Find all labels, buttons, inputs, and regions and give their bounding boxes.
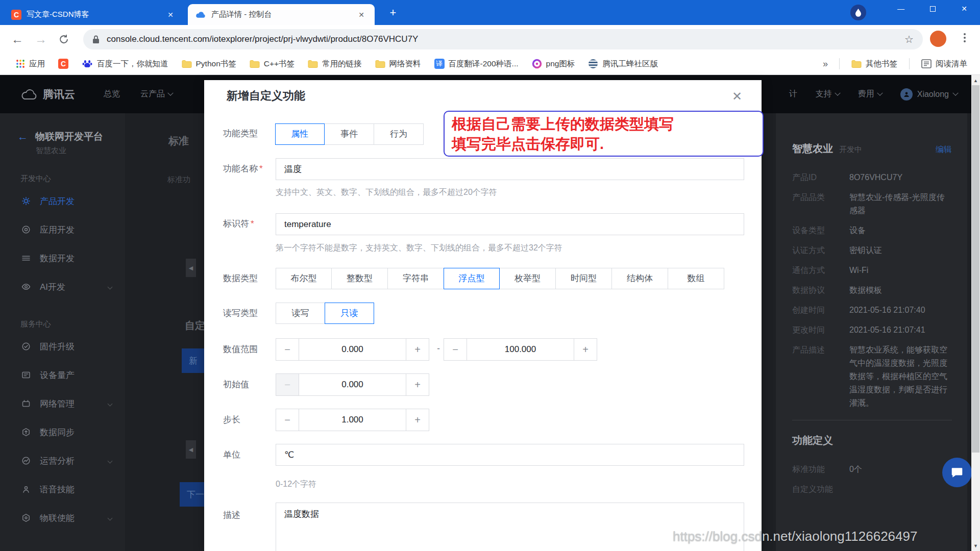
- browser-profile-badge-icon[interactable]: [850, 5, 866, 20]
- sidebar-item[interactable]: 语音技能: [0, 475, 125, 504]
- help-chat-button[interactable]: [942, 458, 972, 487]
- bee-icon: [588, 59, 598, 69]
- minus-button[interactable]: −: [276, 339, 299, 360]
- bookmark-item[interactable]: Python书签: [177, 57, 241, 71]
- option-数组[interactable]: 数组: [668, 268, 724, 289]
- url-bar[interactable]: console.cloud.tencent.com/iotexplorer/pr…: [83, 29, 923, 49]
- close-button[interactable]: ✕: [948, 0, 980, 17]
- maximize-button[interactable]: [917, 0, 948, 17]
- option-时间型[interactable]: 时间型: [556, 268, 612, 289]
- tab-close-icon[interactable]: ✕: [164, 10, 177, 20]
- bookmark-item[interactable]: C++书签: [245, 57, 299, 71]
- tencent-cloud-logo[interactable]: 腾讯云: [20, 87, 75, 102]
- info-row: 自定义功能: [792, 483, 952, 496]
- initial-value[interactable]: 0.000: [299, 374, 406, 395]
- nav-support[interactable]: 支持: [816, 89, 840, 99]
- range-max-value[interactable]: 100.000: [467, 339, 574, 360]
- bookmark-item[interactable]: png图标: [527, 57, 580, 71]
- minus-button[interactable]: −: [444, 339, 467, 360]
- back-arrow-icon[interactable]: ←: [17, 131, 28, 143]
- browser-tab-csdn[interactable]: C 写文章-CSDN博客 ✕: [4, 4, 184, 25]
- nav-billing[interactable]: 费用: [858, 89, 882, 99]
- reload-button[interactable]: [58, 34, 69, 45]
- nav-cloud-products[interactable]: 云产品: [140, 89, 173, 99]
- page-scrollbar[interactable]: ▲ ▼: [971, 75, 980, 551]
- scrollbar-thumb[interactable]: [972, 85, 979, 453]
- pager-left-button[interactable]: ◀: [186, 259, 196, 277]
- bookmark-item[interactable]: C: [54, 57, 73, 71]
- option-浮点型[interactable]: 浮点型: [444, 268, 500, 289]
- plus-button[interactable]: +: [406, 409, 429, 431]
- info-row: 创建时间2021-05-16 21:07:40: [792, 304, 952, 317]
- sidebar-item[interactable]: AI开发: [0, 272, 125, 301]
- option-整数型[interactable]: 整数型: [332, 268, 388, 289]
- bookmark-item[interactable]: 常用的链接: [303, 57, 366, 71]
- other-bookmarks-button[interactable]: 其他书签: [847, 57, 902, 71]
- sidebar-item[interactable]: 产品开发: [0, 187, 125, 215]
- identifier-input[interactable]: [276, 213, 744, 235]
- folder-icon: [308, 60, 318, 68]
- option-结构体[interactable]: 结构体: [612, 268, 668, 289]
- plus-button[interactable]: +: [406, 374, 429, 395]
- forward-button[interactable]: →: [35, 32, 47, 46]
- bookmark-item[interactable]: 腾讯工蜂社区版: [583, 57, 663, 71]
- browser-menu-icon[interactable]: [964, 33, 966, 42]
- unit-input[interactable]: [276, 444, 744, 466]
- bookmark-item[interactable]: 译百度翻译-200种语...: [430, 57, 523, 71]
- sidebar-title: 物联网开发平台: [35, 131, 103, 143]
- nav-overview[interactable]: 总览: [104, 89, 120, 99]
- option-属性[interactable]: 属性: [275, 123, 325, 145]
- minimize-button[interactable]: —: [885, 0, 917, 17]
- bookmark-item[interactable]: 应用: [11, 57, 50, 71]
- edit-link[interactable]: 编辑: [936, 144, 952, 155]
- bookmark-star-icon[interactable]: ☆: [904, 33, 914, 45]
- sidebar-item-label: AI开发: [40, 281, 65, 293]
- modal-close-icon[interactable]: ✕: [730, 87, 744, 106]
- step-value[interactable]: 1.000: [299, 409, 406, 431]
- bookmark-item[interactable]: 百度一下，你就知道: [77, 56, 173, 71]
- sidebar-item[interactable]: 运营分析: [0, 446, 125, 475]
- folder-icon: [375, 60, 385, 68]
- option-枚举型[interactable]: 枚举型: [500, 268, 556, 289]
- new-tab-button[interactable]: +: [386, 6, 400, 20]
- product-info-panel: 智慧农业 开发中 编辑 产品ID8O76VHCU7Y产品品类智慧农业-传感器-光…: [776, 113, 967, 551]
- info-row: 更改时间2021-05-16 21:07:41: [792, 323, 952, 337]
- option-字符串[interactable]: 字符串: [388, 268, 444, 289]
- bookmarks-overflow-icon[interactable]: »: [819, 59, 832, 69]
- minus-button[interactable]: −: [276, 409, 299, 431]
- sidebar-item[interactable]: 设备量产: [0, 361, 125, 389]
- sidebar-item[interactable]: 数据同步: [0, 418, 125, 446]
- option-布尔型[interactable]: 布尔型: [276, 268, 332, 289]
- scroll-down-icon[interactable]: ▼: [971, 541, 980, 550]
- bookmark-label: 百度一下，你就知道: [97, 59, 168, 69]
- bookmark-item[interactable]: 网络资料: [371, 57, 426, 71]
- browser-tab-console[interactable]: 产品详情 - 控制台 ✕: [188, 4, 375, 25]
- sidebar-item[interactable]: 数据开发: [0, 244, 125, 272]
- function-name-input[interactable]: [276, 158, 744, 180]
- user-menu[interactable]: Xiaolong: [900, 88, 958, 101]
- info-label: 设备类型: [792, 224, 849, 237]
- option-事件[interactable]: 事件: [325, 123, 374, 145]
- sidebar-item[interactable]: 物联使能: [0, 504, 125, 532]
- range-min-value[interactable]: 0.000: [299, 339, 406, 360]
- tab-close-icon[interactable]: ✕: [355, 10, 368, 20]
- sidebar-item[interactable]: 网络管理: [0, 389, 125, 418]
- option-读写[interactable]: 读写: [276, 303, 325, 324]
- option-只读[interactable]: 只读: [325, 303, 374, 324]
- option-行为[interactable]: 行为: [374, 123, 424, 145]
- pager-left-button[interactable]: ◀: [186, 440, 196, 459]
- scroll-up-icon[interactable]: ▲: [971, 76, 980, 85]
- bookmarks-right: » 其他书签 阅读清单: [819, 57, 980, 71]
- back-button[interactable]: ←: [11, 32, 23, 46]
- reading-list-button[interactable]: 阅读清单: [917, 57, 972, 71]
- plus-button[interactable]: +: [406, 339, 429, 360]
- info-value: 2021-05-16 21:07:40: [849, 304, 952, 317]
- bookmark-label: 百度翻译-200种语...: [449, 59, 519, 69]
- sidebar-item[interactable]: 应用开发: [0, 215, 125, 244]
- sidebar-back[interactable]: ← 物联网开发平台 智慧农业: [0, 113, 125, 156]
- profile-avatar[interactable]: [930, 31, 946, 47]
- sidebar-item[interactable]: 固件升级: [0, 332, 125, 361]
- plus-button[interactable]: +: [574, 339, 597, 360]
- minus-button[interactable]: −: [276, 374, 299, 395]
- nav-clipped[interactable]: 计: [789, 89, 797, 99]
